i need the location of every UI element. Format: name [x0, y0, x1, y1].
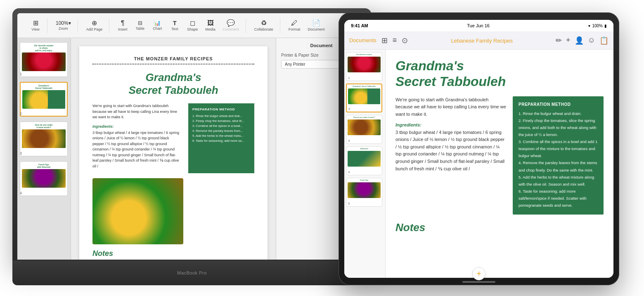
macbook: ⊞ View 100%▾ Zoom ⊕: [12, 8, 372, 285]
panel-printer-value: Any Printer: [285, 62, 305, 67]
thumb-green-2: [48, 90, 65, 109]
ipad-thumb-img-5: [348, 182, 381, 198]
doc-heading: Grandma's Secret Tabbouleh: [92, 71, 254, 97]
ipad-pen-icon[interactable]: ✏: [556, 36, 562, 45]
toolbar-table[interactable]: ⊟ Table: [132, 19, 148, 32]
ipad-clipboard-icon[interactable]: 📋: [599, 36, 608, 45]
toolbar-view[interactable]: ⊞ View: [27, 18, 44, 33]
ipad: 9:41 AM Tue Jun 16 ▾ 100% ▮ Documents ⊞: [339, 12, 619, 285]
ipad-prep-5: 5. Add the herbs to the wheat mixture al…: [519, 174, 598, 188]
ipad-thumb-inner-5: Fresh Figs: [346, 178, 382, 206]
sidebar-thumb-1: Our favorite recipesto share,add to, and…: [20, 42, 68, 77]
ipad-ing-label: Ingredients:: [395, 122, 506, 127]
page-num-4: 4: [20, 191, 22, 195]
thumb-image-2: [22, 90, 65, 109]
ipad-thumb-3[interactable]: How do you make it exotic? 3: [346, 115, 382, 144]
view-icon: ⊞: [33, 20, 38, 26]
ipad-people-icon[interactable]: 👤: [575, 36, 584, 45]
ipad-thumb-img-4: [348, 151, 381, 167]
thumb-title-4: Fresh Figswith Almonds: [22, 163, 66, 168]
ipad-thumb-title-5: Fresh Figs: [348, 179, 381, 181]
toolbar-group-addpage: ⊕ Add Page: [80, 18, 110, 33]
doc-divider: [92, 64, 254, 64]
mac-toolbar: ⊞ View 100%▾ Zoom ⊕: [17, 13, 367, 38]
doc-text-col: We're going to start with Grandma's tabb…: [92, 103, 182, 173]
format-icon: 🖊: [291, 20, 298, 26]
ipad-clock-icon[interactable]: ⊙: [402, 36, 408, 45]
toolbar-collaborate[interactable]: ♻ Collaborate: [251, 18, 277, 33]
doc-body-row: We're going to start with Grandma's tabb…: [92, 103, 254, 173]
toolbar-addpage[interactable]: ⊕ Add Page: [83, 18, 106, 33]
shape-icon: ◻: [190, 20, 195, 26]
ipad-prep-box: PREPARATION METHOD 1. Rinse the bulgur w…: [513, 96, 604, 215]
sidebar-page-4[interactable]: Fresh Figswith Almonds 4: [19, 160, 69, 197]
ipad-thumb-title-3: How do you make it exotic?: [348, 117, 381, 119]
ipad-back-button[interactable]: Documents: [349, 37, 376, 43]
ipad-thumb-5[interactable]: Fresh Figs 5: [346, 178, 382, 207]
ipad-thumb-num-5: 5: [348, 202, 350, 205]
thumb-content-1: Our favorite recipesto share,add to, and…: [22, 44, 66, 75]
ipad-prep-6: 6. Taste for seasoning; add more salt/le…: [519, 188, 598, 209]
sidebar-thumb-3: How do you makeit more exotic?: [20, 122, 68, 156]
table-icon: ⊟: [138, 20, 142, 26]
ipad-notes-title: Notes: [395, 221, 604, 234]
sidebar-page-3[interactable]: How do you makeit more exotic? 3: [19, 121, 69, 157]
toolbar-media[interactable]: 🖼 Media: [202, 18, 219, 33]
battery-label: 100%: [592, 24, 603, 28]
mac-sidebar: Our favorite recipesto share,add to, and…: [17, 38, 71, 260]
text-icon: T: [173, 20, 177, 26]
toolbar-chart[interactable]: 📊 Chart: [149, 19, 166, 32]
ipad-toolbar-right: ✏ + 👤 ☺ 📋: [556, 36, 608, 45]
media-icon: 🖼: [207, 20, 214, 26]
prep-step-4: 4. Remove the parsley leaves from...: [192, 129, 250, 134]
pages-app-mac: ⊞ View 100%▾ Zoom ⊕: [17, 13, 367, 260]
ipad-thumb-img-2: [348, 88, 380, 104]
ipad-pages-icon[interactable]: ⊞: [381, 36, 388, 45]
ipad-thumb-img-1: [348, 57, 381, 72]
ipad-toolbar: Documents ⊞ ≡ ⊙ Lebanese Family Recipes …: [344, 31, 613, 50]
thumb-content-3: How do you makeit more exotic?: [22, 124, 66, 154]
toolbar-document[interactable]: 📄 Document: [304, 18, 328, 33]
prep-step-6: 6. Taste for seasoning; add more sa...: [192, 138, 250, 143]
status-date: Tue Jun 16: [467, 23, 490, 28]
thumb-content-4: Fresh Figswith Almonds: [22, 163, 66, 194]
ipad-sidebar: Our favorite recipes 1 Grandma's Secret …: [344, 50, 386, 278]
ipad-thumb-4[interactable]: Tabbouleh 4: [346, 146, 382, 175]
battery-icon: ▮: [604, 24, 607, 28]
table-label: Table: [135, 26, 144, 31]
zoom-label: Zoom: [59, 26, 68, 31]
macbook-frame: ⊞ View 100%▾ Zoom ⊕: [12, 8, 372, 265]
toolbar-shape[interactable]: ◻ Shape: [184, 18, 201, 33]
ipad-doc-name: Lebanese Family Recipes: [451, 38, 513, 44]
ipad-prep-4: 4. Remove the parsley leaves from the st…: [519, 159, 598, 173]
sidebar-page-2[interactable]: Grandma'sSecret Tabbouleh 2: [19, 81, 69, 117]
thumb-content-2: Grandma'sSecret Tabbouleh: [22, 84, 65, 114]
ipad-text-col: We're going to start with Grandma's tabb…: [395, 96, 506, 215]
toolbar-format[interactable]: 🖊 Format: [285, 18, 304, 33]
sidebar-page-1[interactable]: Our favorite recipesto share,add to, and…: [19, 41, 69, 78]
ipad-thumb-inner-3: How do you make it exotic?: [346, 115, 382, 143]
thumb-image-1: [22, 53, 66, 71]
ipad-list-icon[interactable]: ≡: [393, 36, 397, 45]
thumb-title-1: Our favorite recipesto share,add to, and…: [22, 44, 66, 52]
ipad-ingredients: 3 tbsp bulgur wheat / 4 large ripe tomat…: [395, 129, 506, 173]
toolbar-insert[interactable]: ¶ Insert: [114, 18, 131, 33]
ipad-smile-icon[interactable]: ☺: [588, 36, 595, 45]
sidebar-thumb-4: Fresh Figswith Almonds: [20, 161, 68, 196]
toolbar-group-view: ⊞ View: [24, 18, 47, 33]
comment-icon: 💬: [227, 20, 235, 26]
toolbar-comment: 💬 Comment: [220, 18, 242, 33]
ipad-add-icon[interactable]: +: [566, 36, 571, 45]
ipad-prep-1: 1. Rinse the bulgur wheat and drain.: [519, 110, 598, 117]
macbook-screen: ⊞ View 100%▾ Zoom ⊕: [17, 13, 367, 260]
scene: ⊞ View 100%▾ Zoom ⊕: [0, 0, 644, 296]
toolbar-zoom[interactable]: 100%▾ Zoom: [52, 19, 74, 32]
ipad-thumb-2[interactable]: Grandma's Secret Tabbouleh 2: [346, 84, 382, 112]
mac-document-area: THE MONZER FAMILY RECIPES Grandma's Secr…: [71, 38, 276, 260]
toolbar-group-format: 🖊 Format 📄 Document: [282, 18, 331, 33]
toolbar-text[interactable]: T Text: [166, 19, 183, 33]
ipad-thumb-1[interactable]: Our favorite recipes 1: [346, 52, 382, 81]
status-icons: ▾ 100% ▮: [588, 24, 607, 28]
ipad-prep-title: PREPARATION METHOD: [519, 102, 598, 107]
zoom-icon: 100%▾: [56, 21, 71, 26]
